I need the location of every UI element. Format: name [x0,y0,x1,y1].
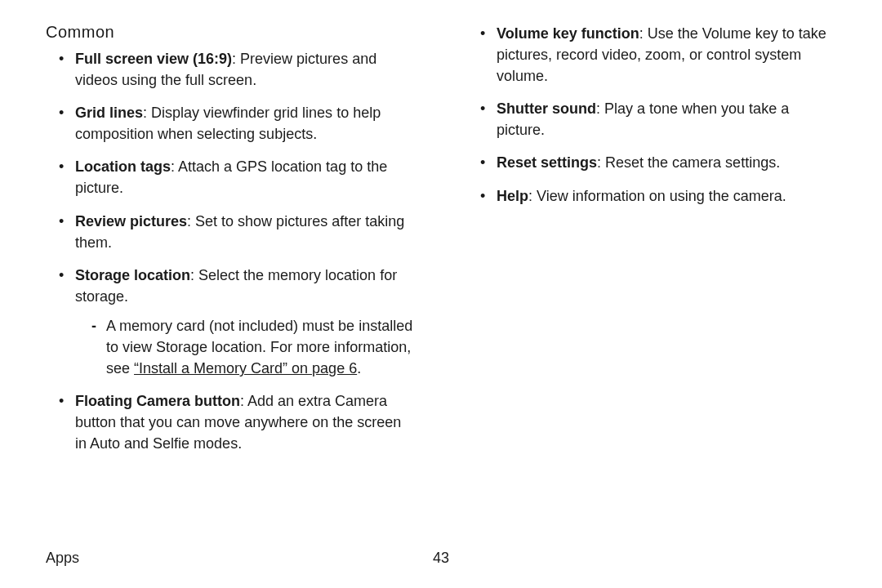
list-item: Review pictures: Set to show pictures af… [62,211,415,253]
list-item: Full screen view (16:9): Preview picture… [62,48,415,91]
list-item: Grid lines: Display viewfinder grid line… [62,102,415,145]
list-item: Shutter sound: Play a tone when you take… [483,98,836,140]
desc: : View information on using the camera. [528,188,786,204]
term: Floating Camera button [75,393,240,409]
list-item: Location tags: Attach a GPS location tag… [62,156,415,198]
footer-page-number: 43 [433,550,449,567]
list-item: Reset settings: Reset the camera setting… [483,152,836,173]
desc: : Reset the camera settings. [597,154,780,171]
right-column: Volume key function: Use the Volume key … [467,23,836,455]
left-column: Common Full screen view (16:9): Preview … [46,23,415,455]
page: Common Full screen view (16:9): Preview … [0,0,882,588]
footer-section: Apps [46,550,79,567]
term: Location tags [75,158,171,175]
term: Review pictures [75,213,187,229]
content-columns: Common Full screen view (16:9): Preview … [46,23,836,455]
term: Storage location [75,267,190,283]
sub-list: A memory card (not included) must be ins… [91,315,415,379]
term: Reset settings [497,154,597,171]
term: Volume key function [497,25,639,42]
term: Full screen view (16:9) [75,51,232,67]
list-item: Storage location: Select the memory loca… [62,265,415,379]
term: Grid lines [75,105,143,121]
section-heading: Common [46,23,415,42]
left-list: Full screen view (16:9): Preview picture… [46,48,415,455]
right-list: Volume key function: Use the Volume key … [467,23,836,207]
list-item: Help: View information on using the came… [483,185,836,207]
sub-post: . [357,360,361,376]
term: Shutter sound [497,100,596,117]
list-item: Floating Camera button: Add an extra Cam… [62,390,415,454]
list-item: Volume key function: Use the Volume key … [483,23,836,87]
term: Help [497,188,528,204]
sub-list-item: A memory card (not included) must be ins… [91,315,415,379]
link-install-memory-card[interactable]: “Install a Memory Card” on page 6 [134,360,357,376]
page-footer: Apps 43 [46,550,836,567]
